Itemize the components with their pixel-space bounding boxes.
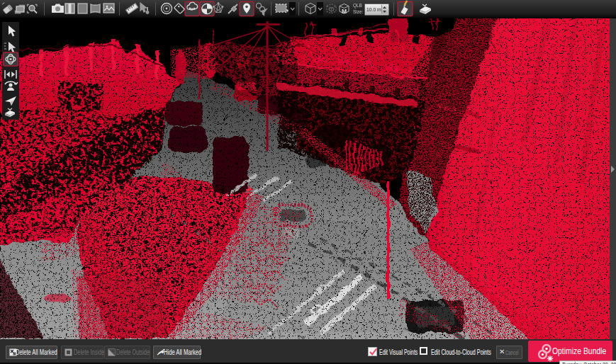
svg-text:M: M (342, 8, 347, 15)
